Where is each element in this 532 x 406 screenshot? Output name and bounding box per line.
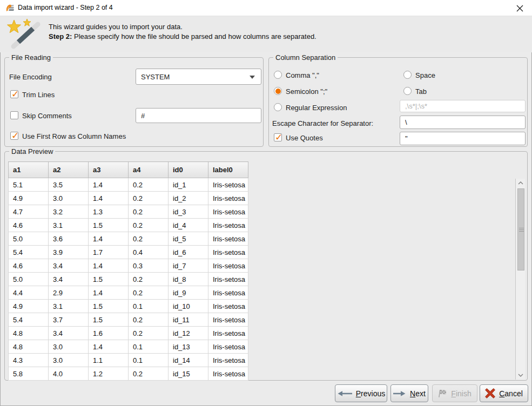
preview-table-cell: 0.2 xyxy=(129,327,169,340)
preview-table-cell: 4.0 xyxy=(49,367,89,381)
scrollbar-up-arrow[interactable] xyxy=(516,179,526,187)
preview-table-cell: 4.8 xyxy=(9,340,49,354)
scrollbar-grip-icon xyxy=(519,228,524,232)
app-icon xyxy=(5,4,15,13)
tab-radio[interactable] xyxy=(403,87,412,95)
preview-table-cell: id_4 xyxy=(169,219,208,232)
file-encoding-label: File Encoding xyxy=(9,73,52,81)
next-button[interactable]: Next xyxy=(390,384,428,402)
preview-table-cell: 4.3 xyxy=(9,354,49,367)
skip-comments-label[interactable]: Skip Comments xyxy=(22,112,72,120)
preview-table-cell: 1.5 xyxy=(89,313,129,327)
regex-input[interactable] xyxy=(400,100,526,112)
preview-table-cell: Iris-setosa xyxy=(208,178,248,192)
preview-table-cell: 3.0 xyxy=(49,340,89,354)
preview-table: a1a2a3a4id0label0 5.13.51.40.2id_1Iris-s… xyxy=(8,161,248,381)
cancel-button[interactable]: Cancel xyxy=(480,384,528,402)
skip-comments-input[interactable] xyxy=(136,108,261,123)
preview-table-cell: Iris-setosa xyxy=(208,273,248,286)
use-quotes-label[interactable]: Use Quotes xyxy=(286,134,323,142)
preview-table-cell: 4.4 xyxy=(9,286,49,300)
finish-button[interactable]: Finish xyxy=(432,384,477,402)
first-row-column-names-checkbox[interactable] xyxy=(10,132,18,140)
preview-table-cell: Iris-setosa xyxy=(208,340,248,354)
space-radio[interactable] xyxy=(403,71,412,79)
preview-table-cell: 3.7 xyxy=(49,313,89,327)
preview-column-header: a1 xyxy=(9,162,49,178)
preview-table-cell: Iris-setosa xyxy=(208,205,248,219)
preview-column-header: label0 xyxy=(208,162,248,178)
preview-table-cell: 5.4 xyxy=(9,313,49,327)
data-preview-group: Data Preview a1a2a3a4id0label0 5.13.51.4… xyxy=(4,151,528,381)
preview-table-row: 5.03.61.40.2id_5Iris-setosa xyxy=(9,232,248,246)
preview-table-row: 4.33.01.10.1id_14Iris-setosa xyxy=(9,354,248,367)
use-quotes-checkbox[interactable] xyxy=(274,133,282,141)
step-label: Step 2: xyxy=(49,32,72,40)
regex-radio[interactable] xyxy=(274,103,282,111)
preview-table-row: 4.42.91.40.2id_9Iris-setosa xyxy=(9,286,248,300)
preview-table-cell: 0.2 xyxy=(129,313,169,327)
cancel-x-icon xyxy=(485,388,495,398)
preview-table-cell: Iris-setosa xyxy=(208,327,248,340)
quote-character-input[interactable] xyxy=(400,132,526,145)
comma-radio-label[interactable]: Comma "," xyxy=(286,71,319,79)
preview-table-cell: id_14 xyxy=(169,354,208,367)
previous-button[interactable]: Previous xyxy=(335,384,387,402)
preview-table-cell: id_11 xyxy=(169,313,208,327)
escape-character-input[interactable] xyxy=(400,116,526,129)
preview-table-cell: id_3 xyxy=(169,205,208,219)
semicolon-radio-label[interactable]: Semicolon ";" xyxy=(286,87,327,96)
preview-table-cell: 3.6 xyxy=(49,232,89,246)
comma-radio[interactable] xyxy=(274,71,282,79)
preview-table-row: 5.84.01.20.2id_15Iris-setosa xyxy=(9,367,248,381)
scrollbar-down-arrow[interactable] xyxy=(516,371,526,380)
preview-table-cell: Iris-setosa xyxy=(208,192,248,205)
trim-lines-checkbox[interactable] xyxy=(10,90,18,98)
finish-flag-icon xyxy=(438,389,447,398)
data-import-wizard-dialog: { "window": { "title": "Data import wiza… xyxy=(0,0,532,406)
preview-table-cell: id_1 xyxy=(169,178,208,192)
preview-table-row: 4.83.41.60.2id_12Iris-setosa xyxy=(9,327,248,340)
preview-table-cell: 3.1 xyxy=(49,219,89,232)
preview-table-cell: 1.2 xyxy=(89,367,129,381)
file-encoding-dropdown[interactable]: SYSTEM xyxy=(136,69,261,85)
close-icon xyxy=(516,5,523,12)
first-row-column-names-label[interactable]: Use First Row as Column Names xyxy=(22,132,126,140)
regex-radio-label[interactable]: Regular Expression xyxy=(286,104,347,112)
preview-table-cell: 1.3 xyxy=(89,205,129,219)
close-button[interactable] xyxy=(514,3,526,13)
trim-lines-label[interactable]: Trim Lines xyxy=(22,91,55,99)
preview-table-cell: Iris-setosa xyxy=(208,286,248,300)
preview-table-cell: 3.9 xyxy=(49,246,89,259)
preview-table-cell: Iris-setosa xyxy=(208,313,248,327)
preview-table-cell: 3.0 xyxy=(49,192,89,205)
preview-table-cell: 0.2 xyxy=(129,273,169,286)
preview-table-cell: 0.2 xyxy=(129,178,169,192)
preview-table-row: 4.63.11.50.2id_4Iris-setosa xyxy=(9,219,248,232)
preview-table-cell: Iris-setosa xyxy=(208,246,248,259)
preview-table-cell: Iris-setosa xyxy=(208,259,248,273)
preview-table-cell: 4.9 xyxy=(9,300,49,313)
preview-table-cell: 0.3 xyxy=(129,259,169,273)
window-title: Data import wizard - Step 2 of 4 xyxy=(18,4,113,11)
preview-table-cell: 4.8 xyxy=(9,327,49,340)
wizard-description: This wizard guides you to import your da… xyxy=(49,22,316,42)
preview-table-cell: 0.2 xyxy=(129,192,169,205)
semicolon-radio[interactable] xyxy=(274,87,282,95)
tab-radio-label[interactable]: Tab xyxy=(415,87,427,96)
escape-character-label: Escape Character for Separator: xyxy=(272,119,373,127)
skip-comments-checkbox[interactable] xyxy=(10,111,18,119)
preview-table-cell: id_13 xyxy=(169,340,208,354)
preview-table-cell: 1.1 xyxy=(89,354,129,367)
preview-table-row: 4.83.01.40.1id_13Iris-setosa xyxy=(9,340,248,354)
scrollbar-thumb[interactable] xyxy=(517,188,524,270)
preview-table-cell: id_5 xyxy=(169,232,208,246)
wizard-header: This wizard guides you to import your da… xyxy=(0,16,532,52)
preview-table-cell: 3.0 xyxy=(49,354,89,367)
preview-table-cell: 0.4 xyxy=(129,246,169,259)
column-separation-group: Column Separation Comma "," Space Semico… xyxy=(268,57,528,147)
preview-table-cell: id_10 xyxy=(169,300,208,313)
preview-table-cell: 2.9 xyxy=(49,286,89,300)
preview-vertical-scrollbar[interactable] xyxy=(515,179,525,380)
space-radio-label[interactable]: Space xyxy=(415,71,435,79)
